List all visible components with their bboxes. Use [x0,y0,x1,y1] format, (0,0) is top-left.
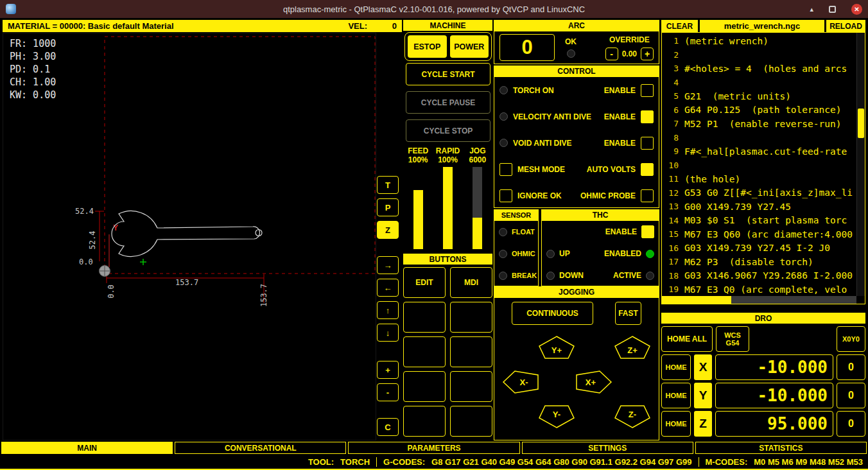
home-axis-button[interactable]: HOME [661,411,691,437]
view-top-button[interactable]: T [377,176,399,194]
wcs-button[interactable]: WCS G54 [716,326,749,352]
gcode-line[interactable]: 19 M67 E3 Q0 (arc complete, velo [662,283,856,296]
tab[interactable]: STATISTICS [695,442,867,454]
gcode-line[interactable]: 15 M67 E3 Q60 (arc diameter:4.000 [662,227,856,241]
gcode-line[interactable]: 12 G53 G0 Z[[#<_ini[axis_z]max_li [662,186,856,200]
vertical-scroll-thumb[interactable] [858,109,864,138]
gcode-line[interactable]: 6 G64 P0.125 (path tolerance) [662,103,856,118]
gcode-line[interactable]: 11 (the hole) [662,172,856,186]
gcode-line[interactable]: 5 G21 (metric units) [662,89,856,103]
shade-icon[interactable]: ▴ [810,5,813,13]
gcode-vertical-scrollbar[interactable] [856,33,865,296]
pan-up-button[interactable]: ↑ [377,301,399,319]
user-button[interactable] [450,371,492,402]
gcode-line[interactable]: 3 #<holes> = 4 (holes and arcs [662,62,856,76]
gcode-line[interactable]: 2 [662,48,856,62]
user-button[interactable] [450,336,492,367]
jog-z-minus-button[interactable]: Z- [614,405,651,429]
gcode-line-text: G53 G0 Z[[#<_ini[axis_z]max_li [679,187,853,198]
jog-z-plus-button[interactable]: Z+ [614,335,651,360]
gcode-line[interactable]: 14 M03 $0 S1 (start plasma torc [662,214,856,228]
cut-parameter-line: CH: 1.00 [10,76,56,89]
gcode-line[interactable]: 16 G03 X149.739 Y27.45 I-2 J0 [662,241,856,256]
dro-axis-row: HOME Z 95.000 0 [661,411,865,437]
gcode-line[interactable]: 17 M62 P3 (disable torch) [662,255,856,269]
gcode-line-text: M52 P1 (enable reverse-run) [679,119,841,129]
maximize-icon[interactable] [829,6,836,13]
rapid-slider[interactable] [443,167,453,249]
user-button[interactable] [450,406,492,437]
x0y0-button[interactable]: X0Y0 [837,326,865,352]
jog-slider[interactable] [473,167,482,249]
home-axis-button[interactable]: HOME [661,354,691,380]
view-z-button[interactable]: Z [377,221,399,239]
estop-button[interactable]: ESTOP [408,35,447,58]
horizontal-scroll-thumb[interactable] [662,296,731,304]
user-button[interactable]: EDIT [403,267,446,298]
main-tabs: MAINCONVERSATIONALPARAMETERSSETTINGSSTAT… [1,442,867,454]
override-plus-button[interactable]: + [641,48,654,60]
jog-x-plus-button[interactable]: X+ [575,370,612,394]
view-perspective-button[interactable]: P [377,198,399,216]
tab[interactable]: MAIN [1,442,173,454]
enable-checkbox[interactable] [641,110,654,123]
cycle-stop-button[interactable]: CYCLE STOP [406,119,490,142]
slider-labels: FEED100% RAPID100% JOG6000 [403,146,492,164]
thc-enable-checkbox[interactable] [641,225,654,238]
jog-y-plus-button[interactable]: Y+ [538,335,575,360]
home-all-button[interactable]: HOME ALL [661,326,713,352]
pan-right-button[interactable]: → [377,256,399,274]
right-checkbox[interactable] [641,163,654,176]
gcode-horizontal-scrollbar[interactable] [662,296,856,304]
zoom-out-button[interactable]: - [377,383,399,401]
clear-view-button[interactable]: C [377,418,399,436]
zoom-in-button[interactable]: + [377,361,399,379]
tab[interactable]: PARAMETERS [348,442,519,454]
clear-file-button[interactable]: CLEAR [661,20,698,32]
user-button[interactable]: MDI [450,267,492,298]
gcode-line-text: G03 X149.739 Y27.45 I-2 J0 [679,243,830,253]
user-button[interactable] [450,302,492,333]
override-sliders [403,167,492,249]
gcode-line[interactable]: 4 [662,76,856,90]
left-checkbox[interactable] [499,163,512,176]
zero-axis-button[interactable]: 0 [837,411,865,437]
user-button[interactable] [403,302,446,333]
right-checkbox[interactable] [641,189,654,202]
gcode-line[interactable]: 10 [662,159,856,173]
jog-y-minus-button[interactable]: Y- [538,405,575,429]
left-checkbox[interactable] [499,189,512,202]
cycle-pause-button[interactable]: CYCLE PAUSE [406,91,490,114]
zero-axis-button[interactable]: 0 [837,383,865,408]
enable-checkbox[interactable] [641,137,654,150]
material-selector[interactable]: MATERIAL = 00000: Basic default Material… [3,20,402,32]
enable-checkbox[interactable] [641,84,654,97]
gcode-line[interactable]: 7 M52 P1 (enable reverse-run) [662,117,856,131]
zero-axis-button[interactable]: 0 [837,354,865,380]
reload-file-button[interactable]: RELOAD [826,20,865,32]
feed-slider[interactable] [413,167,423,249]
gcode-line[interactable]: 18 G03 X146.9067 Y29.2686 I-2.000 [662,269,856,283]
user-button[interactable] [403,406,446,437]
pan-left-button[interactable]: ← [377,279,399,297]
tab[interactable]: CONVERSATIONAL [175,442,346,454]
pan-down-button[interactable]: ↓ [377,324,399,342]
gcode-line[interactable]: 9 F#<_hal[plasmac.cut-feed-rate [662,144,856,159]
user-button[interactable] [403,336,446,367]
gcode-line[interactable]: 8 [662,131,856,145]
cycle-start-button[interactable]: CYCLE START [406,63,490,85]
tab[interactable]: SETTINGS [522,442,693,454]
home-axis-button[interactable]: HOME [661,383,691,408]
override-minus-button[interactable]: - [605,48,618,60]
gcode-line-text: G00 X149.739 Y27.45 [679,202,791,212]
gcode-line[interactable]: 13 G00 X149.739 Y27.45 [662,200,856,214]
user-button[interactable] [403,371,446,402]
arc-panel: 0 OK OVERRIDE - 0.00 + [494,31,659,64]
close-icon[interactable]: ✕ [851,4,862,15]
gcode-line[interactable]: 1 (metric wrench) [662,34,856,48]
override-label: OVERRIDE [609,35,650,44]
jog-mode-select[interactable]: CONTINUOUS [512,302,593,325]
jog-fast-button[interactable]: FAST [615,302,641,325]
jog-x-minus-button[interactable]: X- [502,370,539,394]
power-button[interactable]: POWER [450,35,489,58]
